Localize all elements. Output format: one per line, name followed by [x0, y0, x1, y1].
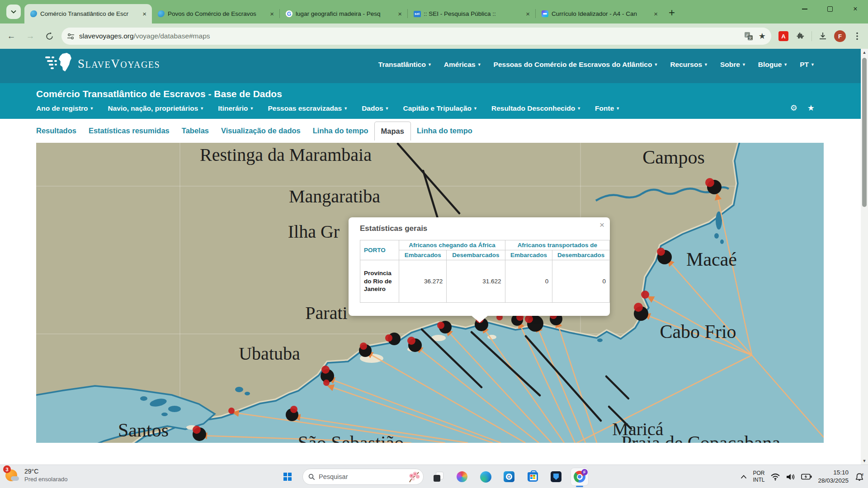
- tab-title: Currículo Idealizador - A4 - Can: [552, 10, 649, 17]
- site-logo[interactable]: SLAVEVOYAGES: [45, 53, 160, 75]
- voyage-marker[interactable]: [323, 380, 330, 386]
- outlook-icon[interactable]: O: [500, 468, 518, 485]
- browser-tab[interactable]: Comércio Transatlântico de Escr×: [24, 4, 152, 23]
- chevron-down-icon: ▼: [616, 106, 620, 111]
- chevron-down-icon: ▼: [473, 106, 477, 111]
- start-button[interactable]: [279, 468, 296, 485]
- scroll-up-arrow[interactable]: ▲: [861, 50, 868, 55]
- language-indicator[interactable]: PORINTL: [753, 470, 764, 483]
- adobe-acrobat-extension-icon[interactable]: A: [776, 29, 791, 43]
- map-label: Campos: [642, 147, 705, 168]
- weather-icon: 3: [5, 467, 21, 483]
- taskbar-search[interactable]: Pesquisar: [302, 469, 424, 485]
- nav-item-recursos[interactable]: Recursos▼: [670, 61, 708, 69]
- settings-gear-icon[interactable]: ⚙: [790, 103, 797, 113]
- microsoft-store-icon[interactable]: [524, 468, 541, 485]
- scrollbar-thumb[interactable]: [862, 58, 867, 207]
- filter-menu-fonte[interactable]: Fonte▼: [595, 104, 620, 113]
- search-highlight-blossom-image[interactable]: [407, 470, 420, 483]
- forward-button[interactable]: →: [23, 28, 38, 44]
- nav-item-am-ricas[interactable]: Américas▼: [444, 61, 481, 69]
- browser-tab[interactable]: Currículo Idealizador - A4 - Can×: [536, 4, 663, 23]
- favorite-star-icon[interactable]: ★: [807, 103, 815, 113]
- chevron-down-icon: ▼: [385, 106, 389, 111]
- tab-close-icon[interactable]: ×: [652, 10, 660, 18]
- filter-menu-navio-na-o-propriet-rios[interactable]: Navio, nação, proprietários▼: [108, 104, 204, 113]
- translate-icon[interactable]: A 文: [744, 32, 753, 41]
- new-tab-button[interactable]: +: [669, 7, 675, 18]
- extensions-puzzle-icon[interactable]: [793, 29, 808, 43]
- database-header-icons: ⚙ ★: [790, 103, 815, 113]
- copilot-icon[interactable]: [453, 468, 471, 485]
- volume-icon[interactable]: [786, 473, 795, 481]
- edge-icon[interactable]: [477, 468, 494, 485]
- wifi-icon[interactable]: [770, 473, 780, 481]
- window-maximize-button[interactable]: [817, 0, 843, 18]
- chrome-profile-badge: F: [581, 469, 588, 475]
- site-info-icon[interactable]: [67, 33, 75, 40]
- view-tab-resultados[interactable]: Resultados: [36, 127, 76, 135]
- window-minimize-button[interactable]: [792, 0, 817, 18]
- tab-close-icon[interactable]: ×: [524, 10, 532, 18]
- view-tab-tabelas[interactable]: Tabelas: [182, 127, 209, 135]
- browser-tab[interactable]: Povos do Comércio de Escravos×: [152, 4, 279, 23]
- tab-search-button[interactable]: [6, 5, 21, 19]
- filter-menu-capit-o-e-tripula-o[interactable]: Capitão e Tripulação▼: [403, 104, 477, 113]
- view-tab-mapas[interactable]: Mapas: [374, 122, 411, 141]
- reload-button[interactable]: [42, 28, 57, 44]
- filter-menu-pessoas-escravizadas[interactable]: Pessoas escravizadas▼: [268, 104, 348, 113]
- bookmark-star-icon[interactable]: ★: [759, 32, 766, 40]
- popup-close-icon[interactable]: ×: [599, 220, 604, 230]
- sub-header: Desembarcados: [552, 250, 610, 260]
- slavevoyages-logo-icon: [45, 53, 73, 75]
- back-button[interactable]: ←: [4, 28, 19, 44]
- profile-avatar[interactable]: F: [833, 29, 847, 43]
- view-tab-linha-do-tempo[interactable]: Linha do tempo: [417, 127, 472, 135]
- task-view-button[interactable]: [430, 468, 447, 485]
- window-close-button[interactable]: ×: [843, 0, 868, 18]
- nav-item-blogue[interactable]: Blogue▼: [758, 61, 788, 69]
- url-text[interactable]: slavevoyages.org/voyage/database#maps: [79, 32, 739, 40]
- tray-expand-chevron-icon[interactable]: [741, 475, 747, 479]
- browser-tab[interactable]: sei:: SEI - Pesquisa Pública ::×: [408, 4, 535, 23]
- col-header-porto: PORTO: [360, 240, 399, 260]
- chevron-down-icon: ▼: [477, 62, 481, 67]
- page-scrollbar[interactable]: ▲ ▼: [861, 49, 868, 465]
- filter-menu-itiner-rio[interactable]: Itinerário▼: [218, 104, 254, 113]
- tab-close-icon[interactable]: ×: [141, 10, 148, 18]
- window-controls: ×: [792, 0, 868, 18]
- view-tab-estat-sticas-resumidas[interactable]: Estatísticas resumidas: [89, 127, 170, 135]
- view-tab-visualiza-o-de-dados[interactable]: Visualização de dados: [221, 127, 301, 135]
- filter-menu-resultado-desconhecido[interactable]: Resultado Desconhecido▼: [491, 104, 581, 113]
- scroll-down-arrow[interactable]: ▼: [861, 459, 868, 463]
- site-header: SLAVEVOYAGES Transatlântico▼Américas▼Pes…: [0, 49, 868, 83]
- database-header: Comércio Transatlântico de Escravos - Ba…: [0, 83, 868, 119]
- nav-item-transatl-ntico[interactable]: Transatlântico▼: [378, 61, 432, 69]
- browser-tab[interactable]: Glugar geografici madeira - Pesq×: [280, 4, 407, 23]
- filter-menu-ano-de-registro[interactable]: Ano de registro▼: [36, 104, 94, 113]
- chrome-icon-active[interactable]: F: [571, 468, 588, 485]
- filter-menu-dados[interactable]: Dados▼: [362, 104, 389, 113]
- browser-menu-button[interactable]: [850, 29, 864, 43]
- address-bar[interactable]: slavevoyages.org/voyage/database#maps A …: [61, 28, 771, 45]
- map-label: Ubatuba: [239, 343, 300, 364]
- map-label: Macaé: [686, 249, 737, 270]
- notification-bell-icon[interactable]: z: [854, 472, 864, 481]
- nav-item-sobre[interactable]: Sobre▼: [720, 61, 746, 69]
- tab-close-icon[interactable]: ×: [268, 10, 276, 18]
- security-shield-app-icon[interactable]: [547, 468, 565, 485]
- voyage-marker[interactable]: [641, 291, 649, 299]
- weather-widget[interactable]: 3 29°C Pred ensolarado: [5, 467, 67, 483]
- downloads-button[interactable]: [816, 29, 830, 43]
- battery-charging-icon[interactable]: [801, 474, 812, 480]
- nav-item-pt[interactable]: PT▼: [800, 61, 815, 69]
- clock[interactable]: 15:1028/03/2025: [818, 469, 849, 484]
- tab-close-icon[interactable]: ×: [396, 10, 404, 18]
- chevron-down-icon: ▼: [90, 106, 94, 111]
- map-label: Restinga da Marambaia: [200, 145, 372, 165]
- view-tab-linha-do-tempo[interactable]: Linha do tempo: [313, 127, 368, 135]
- chevron-down-icon: ▼: [742, 62, 746, 67]
- nav-item-pessoas-do-com-rcio-de-escravos-do-atl-ntico[interactable]: Pessoas do Comércio de Escravos do Atlân…: [494, 61, 658, 69]
- voyage-marker[interactable]: [228, 408, 235, 414]
- chevron-down-icon: ▼: [250, 106, 254, 111]
